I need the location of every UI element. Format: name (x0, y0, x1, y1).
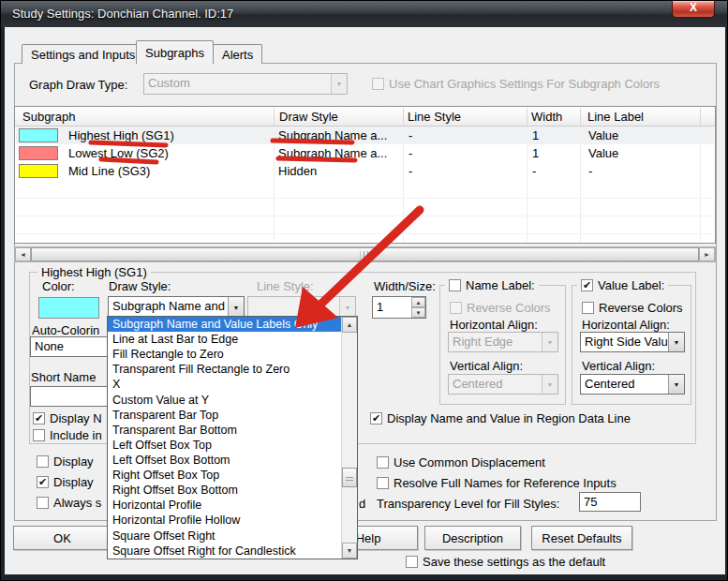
cell-line-label: Value (588, 146, 618, 160)
horizontal-scrollbar[interactable]: ◄ ► (14, 246, 716, 262)
window-title: Study Settings: Donchian Channel. ID:17 (12, 7, 233, 21)
description-button[interactable]: Description (424, 526, 521, 550)
reverse-colors-checkbox[interactable]: Reverse Colors (582, 301, 683, 315)
checkbox-box[interactable] (406, 556, 418, 568)
scroll-grip (360, 251, 370, 260)
dropdown-item[interactable]: Custom Value at Y (108, 393, 357, 408)
checkbox-label: Reverse Colors (467, 301, 551, 315)
cell-line-label: - (588, 164, 592, 178)
ok-button[interactable]: OK (13, 526, 111, 550)
name-label-checkbox[interactable] (449, 279, 461, 291)
checkbox-box[interactable] (33, 429, 45, 441)
display-2-checkbox[interactable]: ✔ Display (37, 475, 94, 489)
cell-line-style: - (409, 128, 412, 142)
dropdown-scrollbar[interactable]: ▲ ▼ (341, 317, 357, 559)
close-button[interactable]: X (672, 1, 715, 18)
reset-defaults-button[interactable]: Reset Defaults (531, 526, 632, 550)
checkbox-box[interactable] (37, 455, 49, 468)
auto-color-label: Auto-Colorin (32, 323, 99, 337)
vertical-align-combo: Centered ▼ (448, 374, 558, 395)
dropdown-item[interactable]: Line at Last Bar to Edge (108, 332, 357, 347)
line-style-value (248, 297, 339, 318)
down-arrow-icon: ▼ (347, 547, 353, 554)
display-n-checkbox[interactable]: ✔ Display N (33, 411, 102, 425)
checkbox-box[interactable]: ✔ (370, 412, 382, 425)
short-name-label: Short Name (31, 370, 96, 384)
horizontal-align-combo[interactable]: Right Side Valu ▼ (580, 332, 685, 352)
check-icon: ✔ (38, 477, 47, 487)
horizontal-align-label: Horizontal Align: (582, 318, 670, 332)
checkbox-box[interactable] (37, 497, 49, 509)
graph-draw-type-label: Graph Draw Type: (29, 78, 127, 92)
tab-subgraphs[interactable]: Subgraphs (136, 40, 214, 64)
scroll-right-button[interactable]: ► (699, 247, 715, 261)
scroll-thumb[interactable] (31, 247, 699, 261)
dropdown-item[interactable]: Square Offset Right (108, 529, 357, 544)
scroll-thumb[interactable] (342, 468, 357, 487)
reset-defaults-button-label: Reset Defaults (542, 531, 621, 545)
stepper-up-button[interactable]: ▲ (411, 297, 425, 307)
titlebar[interactable]: Study Settings: Donchian Channel. ID:17 (1, 1, 727, 27)
checkbox-box[interactable]: ✔ (37, 476, 49, 488)
dropdown-item[interactable]: Transparent Bar Top (108, 408, 357, 423)
vertical-align-combo[interactable]: Centered ▼ (580, 374, 685, 395)
scroll-up-button[interactable]: ▲ (342, 317, 357, 333)
horizontal-align-label: Horizontal Align: (450, 318, 538, 332)
display-region-data-line-checkbox[interactable]: ✔ Display Name and Value in Region Data … (370, 411, 631, 425)
check-icon: ✔ (372, 413, 380, 424)
dropdown-item[interactable]: X (108, 377, 357, 392)
stepper-down-button[interactable]: ▼ (411, 307, 425, 318)
dropdown-item[interactable]: Transparent Bar Bottom (108, 423, 357, 438)
draw-style-dropdown-list[interactable]: Subgraph Name and Value Labels Only Line… (107, 316, 358, 559)
table-row[interactable]: Lowest Low (SG2) Subgraph Name a... - 1 … (16, 144, 714, 162)
checkbox-box[interactable] (377, 477, 389, 489)
width-size-stepper[interactable]: 1 ▲ ▼ (372, 296, 426, 319)
checkbox-label: Use Chart Graphics Settings For Subgraph… (389, 77, 660, 91)
checkbox-box[interactable] (582, 302, 594, 314)
save-default-checkbox[interactable]: Save these settings as the default (406, 555, 605, 569)
cell-draw-style: Hidden (278, 164, 317, 178)
resolve-full-names-checkbox[interactable]: Resolve Full Names for Reference Inputs (377, 476, 617, 490)
display-1-checkbox[interactable]: Display (37, 454, 94, 469)
scroll-down-button[interactable]: ▼ (342, 543, 357, 559)
vertical-align-label: Vertical Align: (450, 359, 523, 373)
cell-width: - (532, 164, 536, 178)
cell-subgraph: Mid Line (SG3) (68, 164, 150, 178)
dropdown-item[interactable]: Horizontal Profile (108, 498, 357, 513)
dropdown-item[interactable]: Right Offset Box Bottom (108, 483, 357, 498)
value-label-group: ✔ Value Label: Reverse Colors Horizontal… (572, 285, 691, 405)
checkbox-box (450, 302, 462, 314)
table-row[interactable]: Highest High (SG1) Subgraph Name a... - … (16, 127, 714, 144)
cell-draw-style: Subgraph Name a... (278, 146, 387, 160)
use-common-displacement-checkbox[interactable]: Use Common Displacement (377, 455, 545, 469)
table-header[interactable]: Subgraph Draw Style Line Style Width Lin… (15, 107, 715, 127)
dropdown-item[interactable]: Square Offset Right for Candlestick (108, 544, 357, 559)
always-checkbox[interactable]: Always s (37, 496, 101, 510)
dropdown-item[interactable]: Left Offset Box Top (108, 438, 357, 453)
dropdown-item[interactable]: Left Offset Box Bottom (108, 453, 357, 468)
color-swatch[interactable] (38, 297, 99, 319)
checkbox-box[interactable] (377, 456, 389, 469)
checkbox-label: Resolve Full Names for Reference Inputs (394, 476, 617, 490)
dropdown-item[interactable]: Transparent Fill Rectangle to Zero (108, 362, 357, 377)
check-icon: ✔ (583, 280, 591, 290)
down-arrow-icon: ▼ (416, 310, 422, 316)
tab-settings-and-inputs[interactable]: Settings and Inputs (22, 44, 144, 64)
include-in-checkbox[interactable]: Include in (33, 428, 102, 442)
transparency-input[interactable] (579, 492, 641, 512)
name-label-legend: Name Label: (445, 278, 539, 292)
scroll-left-button[interactable]: ◄ (15, 247, 31, 261)
dropdown-item[interactable]: Right Offset Box Top (108, 468, 357, 483)
close-icon: X (690, 1, 697, 14)
table-row[interactable]: Mid Line (SG3) Hidden - - - (16, 162, 714, 180)
checkbox-label: Reverse Colors (599, 301, 683, 315)
checkbox-box[interactable]: ✔ (33, 412, 45, 425)
value-label-checkbox[interactable]: ✔ (581, 279, 593, 291)
dropdown-item[interactable]: Horizontal Profile Hollow (108, 513, 357, 528)
checkbox-label: Display (53, 475, 94, 489)
graph-draw-type-value: Custom (144, 74, 331, 94)
tab-alerts[interactable]: Alerts (213, 44, 262, 64)
dropdown-item-selected[interactable]: Subgraph Name and Value Labels Only (108, 317, 357, 332)
cell-width: 1 (532, 146, 539, 160)
dropdown-item[interactable]: Fill Rectangle to Zero (108, 347, 357, 362)
